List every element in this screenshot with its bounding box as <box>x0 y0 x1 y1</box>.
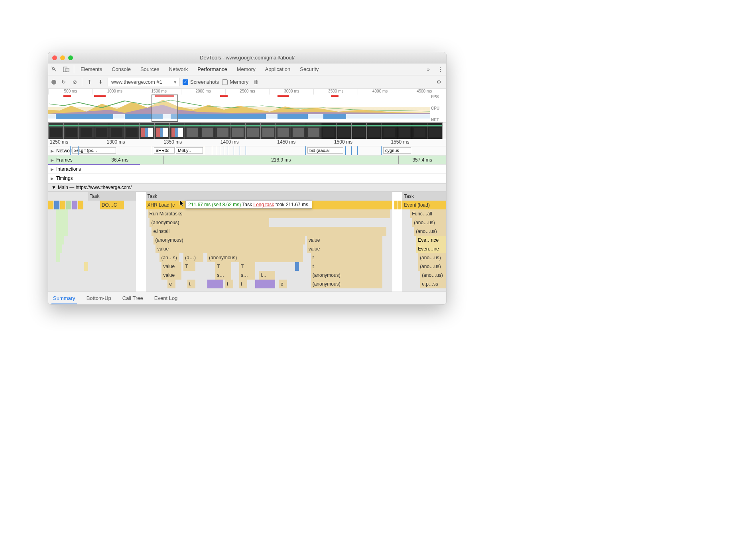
screenshot-thumb[interactable] <box>245 122 261 139</box>
screenshot-thumb[interactable] <box>200 122 215 139</box>
more-tabs-icon[interactable]: » <box>422 66 434 72</box>
kebab-menu-icon[interactable]: ⋮ <box>434 66 446 72</box>
inspect-icon[interactable] <box>48 67 60 72</box>
tab-sources[interactable]: Sources <box>136 63 164 75</box>
interactions-track[interactable]: ▶ Interactions <box>48 165 446 174</box>
flame-entry[interactable] <box>295 262 299 271</box>
disclosure-triangle-icon[interactable]: ▼ <box>50 185 58 190</box>
flame-entry[interactable]: e.p…ss <box>420 280 446 288</box>
screenshot-thumb[interactable] <box>336 122 352 139</box>
screenshot-thumb[interactable] <box>397 122 412 139</box>
disclosure-triangle-icon[interactable]: ▶ <box>48 176 56 181</box>
flame-chart[interactable]: 211.67 ms (self 8.62 ms) Task Long task … <box>48 192 446 292</box>
network-item[interactable]: xel.gif (px… <box>72 147 116 154</box>
flame-entry[interactable] <box>72 201 77 209</box>
frame-segment[interactable]: 218.9 ms <box>163 156 398 164</box>
tab-summary[interactable]: Summary <box>51 293 77 304</box>
flame-entry[interactable]: (anonymous) <box>150 218 269 227</box>
flame-entry[interactable]: s… <box>215 271 231 280</box>
screenshot-thumb[interactable] <box>154 122 170 139</box>
network-track[interactable]: ▶ Network xel.gif (px… aHR0c M6Ly… bid (… <box>48 146 446 156</box>
save-profile-icon[interactable]: ⬇ <box>96 79 104 85</box>
flame-entry[interactable]: T <box>239 262 255 271</box>
load-profile-icon[interactable]: ⬆ <box>85 79 93 85</box>
flame-entry[interactable] <box>78 201 83 209</box>
flame-entry[interactable]: Task <box>402 192 446 201</box>
flame-entry[interactable]: e.install <box>152 227 386 236</box>
screenshot-thumb[interactable] <box>169 122 185 139</box>
flame-entry[interactable]: T <box>215 262 231 271</box>
flame-entry[interactable] <box>56 218 68 227</box>
network-item[interactable]: cygnus <box>383 147 411 154</box>
flame-entry[interactable]: (anonymous) <box>207 253 303 262</box>
flame-entry[interactable]: Eve…nce <box>416 236 446 245</box>
flame-entry[interactable]: value <box>155 245 303 253</box>
flame-entry[interactable]: i… <box>259 271 275 280</box>
disclosure-triangle-icon[interactable]: ▶ <box>48 158 56 162</box>
tab-security[interactable]: Security <box>295 63 323 75</box>
disclosure-triangle-icon[interactable]: ▶ <box>48 167 56 172</box>
recording-select[interactable]: www.theverge.com #1 <box>108 78 179 86</box>
screenshot-thumb[interactable] <box>260 122 276 139</box>
tab-console[interactable]: Console <box>107 63 136 75</box>
flame-entry[interactable] <box>66 201 71 209</box>
clear-icon[interactable]: ⊘ <box>71 79 79 85</box>
screenshot-thumb[interactable] <box>412 122 427 139</box>
flame-entry[interactable]: t <box>187 280 195 288</box>
flame-entry[interactable]: (anonymous) <box>154 236 305 245</box>
flame-entry[interactable]: T <box>183 262 195 271</box>
memory-checkbox[interactable]: Memory <box>222 79 248 85</box>
flame-entry[interactable]: t <box>311 262 383 271</box>
flame-entry[interactable] <box>84 262 88 271</box>
flame-entry[interactable]: value <box>307 236 383 245</box>
flame-entry[interactable]: e <box>167 280 175 288</box>
screenshot-thumb[interactable] <box>109 122 124 139</box>
flame-entry[interactable] <box>56 227 68 236</box>
screenshot-thumb[interactable] <box>291 122 306 139</box>
flame-entry[interactable] <box>398 201 401 209</box>
flame-entry[interactable]: (anonymous) <box>311 280 383 288</box>
screenshot-thumb[interactable] <box>351 122 367 139</box>
tab-calltree[interactable]: Call Tree <box>121 293 145 304</box>
screenshot-thumb[interactable] <box>321 122 337 139</box>
flame-entry[interactable]: t <box>225 280 233 288</box>
flame-entry[interactable] <box>60 201 65 209</box>
flame-entry[interactable]: (ano…us) <box>418 253 446 262</box>
screenshot-thumb[interactable] <box>124 122 140 139</box>
screenshot-thumb[interactable] <box>382 122 397 139</box>
flame-entry[interactable]: DO…C <box>100 201 124 209</box>
frame-segment[interactable]: 357.4 ms <box>398 156 446 164</box>
flame-entry[interactable]: (an…s) <box>159 253 179 262</box>
screenshot-thumb[interactable] <box>276 122 291 139</box>
flame-entry[interactable]: Event (load) <box>402 201 446 209</box>
screenshot-thumb[interactable] <box>230 122 246 139</box>
flame-entry[interactable]: (a…) <box>183 253 203 262</box>
overview-panel[interactable]: 500 ms1000 ms1500 ms2000 ms2500 ms3000 m… <box>48 89 446 122</box>
flame-entry[interactable] <box>48 201 53 209</box>
tab-eventlog[interactable]: Event Log <box>153 293 179 304</box>
screenshot-thumb[interactable] <box>79 122 94 139</box>
frames-track[interactable]: ▶ Frames 36.4 ms218.9 ms357.4 ms <box>48 156 446 165</box>
screenshot-thumb[interactable] <box>427 122 443 139</box>
flame-entry[interactable] <box>56 236 64 245</box>
screenshot-thumb[interactable] <box>306 122 321 139</box>
flame-entry[interactable] <box>54 201 59 209</box>
screenshots-filmstrip[interactable] <box>48 122 446 139</box>
screenshot-thumb[interactable] <box>366 122 382 139</box>
flame-entry[interactable]: e <box>279 280 287 288</box>
gear-icon[interactable]: ⚙ <box>435 79 443 85</box>
flame-entry[interactable]: (ano…us) <box>412 218 446 227</box>
flame-entry[interactable]: t <box>311 253 383 262</box>
tab-performance[interactable]: Performance <box>193 63 232 75</box>
flame-entry[interactable]: (ano…us) <box>418 262 446 271</box>
flame-entry[interactable]: Run Microtasks <box>148 209 391 218</box>
overview-selection[interactable] <box>152 95 178 122</box>
screenshot-thumb[interactable] <box>139 122 155 139</box>
flame-entry[interactable]: value <box>161 262 181 271</box>
flame-entry[interactable]: (ano…us) <box>420 271 446 280</box>
frame-segment[interactable]: 36.4 ms <box>76 156 164 164</box>
screenshot-thumb[interactable] <box>185 122 200 139</box>
flame-entry[interactable]: Func…all <box>410 209 446 218</box>
timings-track[interactable]: ▶ Timings <box>48 174 446 183</box>
network-item[interactable]: M6Ly… <box>176 147 203 154</box>
